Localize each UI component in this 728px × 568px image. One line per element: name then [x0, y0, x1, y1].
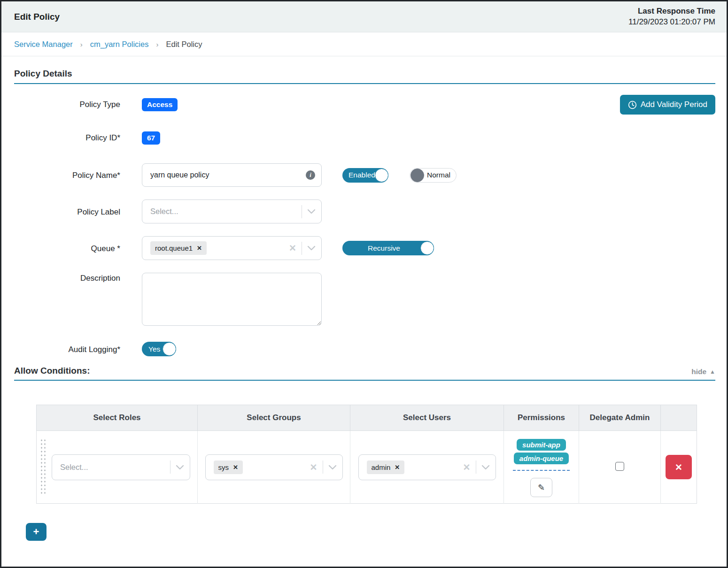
chevron-down-icon — [481, 465, 490, 470]
page-title: Edit Policy — [14, 12, 60, 22]
select-divider — [170, 461, 170, 474]
pencil-icon: ✎ — [538, 483, 545, 493]
policy-label-select[interactable]: Select... — [142, 200, 322, 223]
chevron-down-icon — [328, 465, 337, 470]
toggle-knob — [410, 169, 424, 182]
info-icon: i — [306, 170, 315, 180]
select-divider — [323, 461, 323, 474]
last-response-label: Last Response Time — [628, 6, 715, 17]
plus-icon: + — [33, 526, 39, 537]
allow-conditions-table: Select Roles Select Groups Select Users … — [36, 405, 697, 504]
toggle-knob — [163, 342, 176, 356]
header-select-roles: Select Roles — [37, 405, 198, 431]
select-divider — [302, 205, 302, 218]
audit-logging-label: Audit Logging* — [14, 344, 120, 354]
chevron-down-icon — [307, 246, 316, 251]
enabled-toggle-label: Enabled — [349, 171, 375, 179]
select-users-multiselect[interactable]: admin ✕ ✕ — [358, 454, 496, 480]
breadcrumb-cm-yarn-policies[interactable]: cm_yarn Policies — [90, 40, 149, 49]
clock-icon — [628, 100, 637, 109]
clear-all-icon[interactable]: ✕ — [463, 462, 471, 473]
queue-chip-label: root.queue1 — [155, 244, 193, 252]
select-roles-dropdown[interactable]: Select... — [52, 454, 190, 480]
chip-remove-icon[interactable]: ✕ — [395, 464, 400, 471]
chip-remove-icon[interactable]: ✕ — [233, 464, 238, 471]
recursive-toggle[interactable]: Recursive — [342, 241, 434, 255]
clear-all-icon[interactable]: ✕ — [310, 462, 318, 473]
breadcrumb-service-manager[interactable]: Service Manager — [14, 40, 73, 49]
queue-multiselect[interactable]: root.queue1 ✕ ✕ — [142, 236, 322, 260]
recursive-toggle-label: Recursive — [368, 244, 400, 253]
allow-conditions-heading: Allow Conditions: — [14, 366, 90, 376]
enabled-toggle[interactable]: Enabled — [342, 168, 388, 183]
toggle-knob — [375, 169, 388, 182]
select-roles-placeholder: Select... — [60, 463, 170, 472]
drag-handle[interactable] — [40, 438, 46, 496]
policy-id-label: Policy ID* — [14, 131, 120, 143]
description-label: Description — [14, 273, 120, 283]
user-chip: admin ✕ — [367, 461, 405, 474]
table-row: Select... sys ✕ ✕ — [37, 431, 697, 504]
last-response-time: Last Response Time 11/29/2023 01:20:07 P… — [628, 6, 715, 28]
header-permissions: Permissions — [504, 405, 579, 431]
queue-label: Queue * — [14, 243, 120, 253]
audit-logging-toggle-label: Yes — [148, 345, 160, 353]
audit-logging-toggle[interactable]: Yes — [142, 342, 176, 356]
permission-badge: admin-queue — [514, 453, 569, 464]
permissions-list: submit-app admin-queue — [513, 437, 570, 471]
policy-label-label: Policy Label — [14, 207, 120, 217]
chip-remove-icon[interactable]: ✕ — [197, 245, 202, 252]
table-header-row: Select Roles Select Groups Select Users … — [37, 405, 697, 431]
policy-type-label: Policy Type — [14, 98, 120, 109]
policy-type-badge: Access — [142, 98, 178, 111]
policy-name-input[interactable] — [142, 163, 322, 187]
user-chip-label: admin — [372, 463, 391, 471]
edit-permissions-button[interactable]: ✎ — [530, 478, 552, 497]
select-groups-multiselect[interactable]: sys ✕ ✕ — [205, 454, 343, 480]
add-validity-period-label: Add Validity Period — [641, 100, 707, 109]
hide-section-link[interactable]: hide ▲ — [691, 368, 715, 376]
clear-all-icon[interactable]: ✕ — [289, 243, 296, 253]
group-chip-label: sys — [218, 463, 229, 471]
toggle-knob — [420, 241, 434, 255]
delete-x-icon: ✕ — [675, 462, 682, 472]
add-validity-period-button[interactable]: Add Validity Period — [620, 95, 715, 115]
queue-chip: root.queue1 ✕ — [150, 241, 207, 255]
normal-override-toggle[interactable]: Normal — [410, 168, 457, 183]
policy-id-badge: 67 — [142, 131, 160, 145]
header-select-users: Select Users — [350, 405, 504, 431]
chevron-down-icon — [307, 209, 316, 214]
hide-link-label: hide — [691, 368, 706, 376]
breadcrumb-separator-icon: › — [156, 40, 158, 48]
header-actions — [661, 405, 697, 431]
policy-details-form: Add Validity Period Policy Type Access P… — [14, 84, 715, 356]
header-delegate-admin: Delegate Admin — [579, 405, 661, 431]
chevron-down-icon — [176, 465, 184, 470]
last-response-value: 11/29/2023 01:20:07 PM — [628, 17, 715, 28]
normal-toggle-label: Normal — [427, 171, 450, 179]
select-divider — [302, 242, 302, 255]
policy-label-placeholder: Select... — [150, 207, 302, 216]
breadcrumb: Service Manager › cm_yarn Policies › Edi… — [1, 32, 727, 56]
group-chip: sys ✕ — [214, 461, 243, 474]
header-select-groups: Select Groups — [198, 405, 350, 431]
select-divider — [476, 461, 476, 474]
description-textarea[interactable] — [142, 273, 322, 326]
breadcrumb-current: Edit Policy — [166, 40, 202, 49]
delete-row-button[interactable]: ✕ — [666, 455, 692, 479]
add-condition-row-button[interactable]: + — [26, 523, 46, 541]
delegate-admin-checkbox[interactable] — [615, 462, 624, 471]
breadcrumb-separator-icon: › — [80, 40, 83, 48]
page-header: Edit Policy Last Response Time 11/29/202… — [1, 1, 727, 32]
caret-up-icon: ▲ — [710, 368, 715, 375]
policy-name-label: Policy Name* — [14, 170, 120, 180]
policy-details-heading: Policy Details — [14, 69, 715, 84]
permission-badge: submit-app — [517, 439, 566, 451]
